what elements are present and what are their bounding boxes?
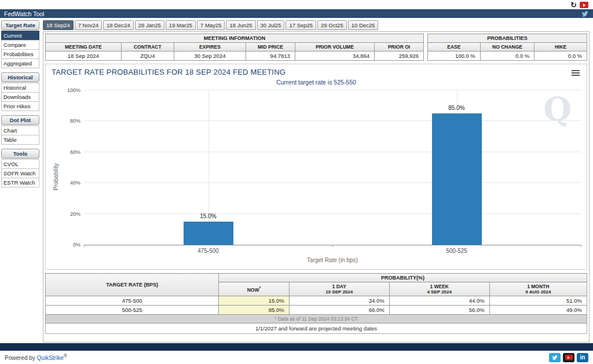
tab-18-dec24[interactable]: 18 Dec24: [103, 20, 134, 30]
prob-cell: 49.0%: [489, 306, 587, 315]
sidebar-section-target-rate: Target Rate: [1, 20, 39, 30]
tab-18-sep24[interactable]: 18 Sep24: [43, 20, 74, 30]
target-rate-bps-header: TARGET RATE (BPS): [46, 274, 219, 296]
gridline: [84, 152, 581, 152]
table-row: 475-500 15.0% 34.0% 44.0% 51.0%: [46, 296, 587, 306]
rate-cell: 500-525: [46, 306, 219, 315]
chart-menu-icon[interactable]: [570, 68, 581, 78]
mid-price-header: MID PRICE: [246, 43, 295, 52]
probabilities-title: PROBABILITIES: [428, 34, 587, 43]
sidebar-item-prior-hikes[interactable]: Prior Hikes: [1, 101, 39, 111]
y-tick-100: 100%: [67, 87, 80, 93]
gridline: [84, 90, 581, 90]
quikstrike-link[interactable]: QuikStrike: [37, 355, 64, 362]
tab-19-mar25[interactable]: 19 Mar25: [166, 20, 196, 30]
sidebar-item-compare[interactable]: Compare: [1, 40, 39, 50]
y-tick-20: 20%: [70, 211, 80, 217]
now-prob-cell: 85.0%: [219, 306, 290, 315]
hike-header: HIKE: [535, 43, 587, 52]
sidebar-item-current[interactable]: Current: [1, 31, 39, 41]
tab-18-jun25[interactable]: 18 Jun25: [226, 20, 255, 30]
probabilities-table: PROBABILITIES EASE NO CHANGE HIKE 100.0 …: [427, 34, 587, 61]
rate-cell: 475-500: [46, 296, 219, 306]
tab-29-oct25[interactable]: 29 Oct25: [317, 20, 347, 30]
sidebar-item-probabilities[interactable]: Probabilities: [1, 49, 39, 59]
table-row: 500-525 85.0% 66.0% 56.0% 49.0%: [46, 306, 587, 315]
meeting-date-header: MEETING DATE: [46, 43, 122, 52]
sidebar-item-chart[interactable]: Chart: [1, 126, 39, 135]
sidebar-item-sofr-watch[interactable]: SOFR Watch: [1, 168, 39, 178]
sidebar-item-aggregated[interactable]: Aggregated: [1, 58, 39, 68]
prob-cell: 56.0%: [389, 306, 489, 315]
plot-area: 0% 20% 40% 60% 80% 100%: [84, 90, 581, 245]
meeting-information-table: MEETING INFORMATION MEETING DATE CONTRAC…: [45, 34, 424, 61]
projection-note: 1/1/2027 and forward are projected meeti…: [45, 323, 587, 334]
prob-cell: 34.0%: [289, 296, 389, 306]
tab-29-jan25[interactable]: 29 Jan25: [135, 20, 164, 30]
ease-value: 100.0 %: [428, 52, 481, 61]
y-axis-title: Probability: [53, 142, 59, 212]
col-header-1-week: 1 WEEK4 SEP 2024: [389, 282, 489, 296]
content-area: 18 Sep24 7 Nov24 18 Dec24 29 Jan25 19 Ma…: [41, 18, 593, 343]
prob-cell: 44.0%: [389, 296, 489, 306]
target-rate-chart: TARGET RATE PROBABILITIES FOR 18 SEP 202…: [45, 64, 587, 270]
prob-cell: 66.0%: [289, 306, 389, 315]
sidebar-item-historical[interactable]: Historical: [1, 83, 39, 93]
footer: Powered by QuikStrike® in: [0, 351, 593, 364]
ease-header: EASE: [428, 43, 481, 52]
tab-17-sep25[interactable]: 17 Sep25: [285, 20, 316, 30]
gridline: [84, 120, 581, 121]
refresh-icon[interactable]: ↻: [570, 2, 577, 9]
gridline: [84, 214, 581, 214]
meeting-date-value: 18 Sep 2024: [46, 52, 122, 61]
app-title: FedWatch Tool: [4, 10, 44, 17]
data-asof-footnote: * Data as of 11 Sep 2024 03:13:34 CT: [46, 315, 587, 323]
y-tick-80: 80%: [70, 118, 80, 124]
x-axis-title: Target Rate (in bps): [84, 257, 581, 263]
sidebar-section-tools: Tools: [1, 149, 39, 159]
sidebar: Target Rate Current Compare Probabilitie…: [0, 18, 41, 343]
sidebar-section-historical: Historical: [1, 72, 39, 82]
youtube-icon[interactable]: [563, 353, 574, 362]
meeting-date-tabs: 18 Sep24 7 Nov24 18 Dec24 29 Jan25 19 Ma…: [43, 20, 590, 30]
y-tick-40: 40%: [70, 180, 80, 186]
tab-30-jul25[interactable]: 30 Jul25: [257, 20, 285, 30]
bar-500-525[interactable]: 85.0%: [432, 113, 482, 245]
tab-7-nov24[interactable]: 7 Nov24: [75, 20, 102, 30]
col-header-now: NOW*: [219, 282, 290, 296]
y-tick-60: 60%: [70, 149, 80, 155]
x-axis-labels: 475-500 500-525: [84, 245, 581, 255]
x-category-475-500: 475-500: [197, 248, 219, 254]
hike-value: 0.0 %: [535, 52, 587, 61]
meeting-info-title: MEETING INFORMATION: [46, 34, 424, 43]
bar-value-label: 15.0%: [178, 213, 239, 219]
expires-value: 30 Sep 2024: [174, 52, 246, 61]
prior-volume-header: PRIOR VOLUME: [295, 43, 374, 52]
no-change-header: NO CHANGE: [480, 43, 535, 52]
plot-area-wrap: Probability 0% 20% 40% 60% 80% 100%: [52, 90, 581, 263]
prior-oi-header: PRIOR OI: [375, 43, 424, 52]
sidebar-item-cvol[interactable]: CVOL: [1, 159, 39, 169]
mid-price-value: 94.7813: [246, 52, 295, 61]
chart-title: TARGET RATE PROBABILITIES FOR 18 SEP 202…: [52, 68, 285, 76]
sidebar-item-estr-watch[interactable]: ESTR Watch: [1, 178, 39, 187]
x-category-500-525: 500-525: [446, 248, 467, 254]
video-icon[interactable]: [580, 2, 588, 8]
twitter-icon[interactable]: [581, 10, 589, 17]
tab-7-may25[interactable]: 7 May25: [197, 20, 225, 30]
prior-oi-value: 259,926: [375, 52, 424, 61]
probability-history-table: TARGET RATE (BPS) PROBABILITY(%) NOW* 1 …: [45, 273, 587, 323]
sidebar-section-dot-plot: Dot Plot: [1, 115, 39, 125]
gridline: [84, 182, 581, 183]
x-tick: [581, 245, 581, 247]
linkedin-icon[interactable]: in: [577, 353, 588, 362]
tab-10-dec25[interactable]: 10 Dec25: [348, 20, 379, 30]
now-prob-cell: 15.0%: [219, 296, 290, 306]
bar-475-500[interactable]: 15.0%: [184, 222, 233, 245]
no-change-value: 0.0 %: [480, 52, 535, 61]
sidebar-item-downloads[interactable]: Downloads: [1, 92, 39, 102]
bottom-accent-bar: [0, 343, 593, 351]
probability-group-header: PROBABILITY(%): [219, 274, 587, 282]
sidebar-item-table[interactable]: Table: [1, 135, 39, 145]
twitter-icon[interactable]: [549, 353, 561, 362]
